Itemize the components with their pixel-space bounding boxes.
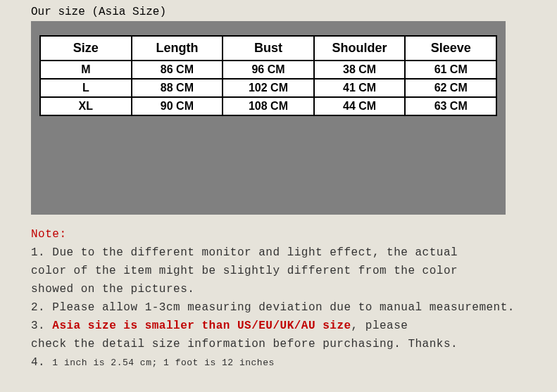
table-row: L 88 CM 102 CM 41 CM 62 CM [40, 79, 496, 97]
cell: L [40, 79, 132, 97]
note-label: Note: [31, 226, 543, 243]
note-1-line-a: 1. Due to the different monitor and ligh… [31, 244, 543, 261]
note-1-line-b: color of the item might be slightly diff… [31, 263, 543, 279]
cell: 86 CM [132, 61, 223, 79]
col-bust: Bust [223, 36, 314, 61]
cell: 96 CM [223, 61, 314, 79]
table-header-row: Size Length Bust Shoulder Sleeve [40, 36, 496, 61]
note-3-line-a: 3. Asia size is smaller than US/EU/UK/AU… [31, 317, 543, 334]
cell: 38 CM [314, 61, 406, 79]
note-4: 4. 1 inch is 2.54 cm; 1 foot is 12 inche… [31, 354, 543, 371]
cell: 88 CM [132, 79, 223, 97]
note-3-highlight: Asia size is smaller than US/EU/UK/AU si… [52, 320, 351, 332]
note-3-line-b: check the detail size information before… [31, 336, 543, 353]
col-size: Size [40, 36, 132, 61]
size-table: Size Length Bust Shoulder Sleeve M 86 CM… [39, 35, 497, 116]
table-row: M 86 CM 96 CM 38 CM 61 CM [40, 61, 496, 79]
table-row: XL 90 CM 108 CM 44 CM 63 CM [40, 97, 496, 115]
note-4-conversion: 1 inch is 2.54 cm; 1 foot is 12 inches [52, 358, 274, 368]
cell: 63 CM [405, 97, 496, 115]
cell: 62 CM [405, 79, 496, 97]
cell: XL [40, 97, 132, 115]
table-container: Size Length Bust Shoulder Sleeve M 86 CM… [31, 21, 506, 215]
note-3-suffix: , please [351, 320, 408, 332]
note-4-prefix: 4. [31, 356, 52, 369]
cell: 90 CM [132, 97, 223, 115]
col-sleeve: Sleeve [405, 36, 496, 61]
cell: 102 CM [223, 79, 314, 97]
page-title: Our size (Asia Size) [0, 0, 557, 21]
cell: 108 CM [223, 97, 314, 115]
cell: 61 CM [405, 61, 496, 79]
note-1-line-c: showed on the pictures. [31, 281, 543, 298]
notes-section: Note: 1. Due to the different monitor an… [0, 215, 557, 371]
note-3-prefix: 3. [31, 320, 52, 332]
cell: 41 CM [314, 79, 406, 97]
note-2: 2. Please allow 1-3cm measuring deviatio… [31, 299, 543, 316]
col-shoulder: Shoulder [314, 36, 406, 61]
cell: M [40, 61, 132, 79]
cell: 44 CM [314, 97, 406, 115]
col-length: Length [132, 36, 223, 61]
